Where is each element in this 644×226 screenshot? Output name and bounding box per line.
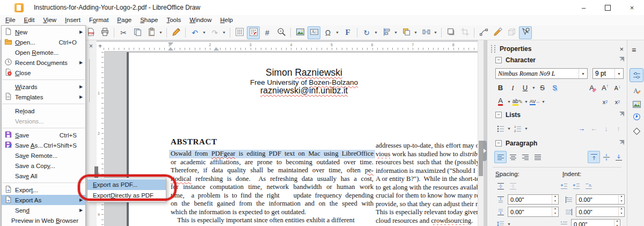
clone-formatting-button[interactable] <box>170 26 182 39</box>
indent-first-spinner[interactable]: ▲▼ <box>614 220 620 226</box>
indent-marker-right[interactable] <box>214 47 219 50</box>
menu-item-export-as[interactable]: Export As▶ <box>2 195 85 205</box>
transformations-button[interactable]: ↻ <box>360 26 373 39</box>
menubar-item-help[interactable]: Help <box>216 15 237 25</box>
paste-button[interactable] <box>145 26 158 39</box>
bold-button[interactable]: B <box>494 82 507 94</box>
horizontal-ruler[interactable]: + 12345678 <box>97 42 478 52</box>
ordered-list-dropdown-icon[interactable]: ▼ <box>524 127 529 130</box>
collapse-lists-section-icon[interactable]: − <box>495 112 502 118</box>
menubar-item-shape[interactable]: Shape <box>136 15 162 25</box>
author-name[interactable]: Simon Razniewski <box>129 67 479 78</box>
font-color-dropdown-icon[interactable]: ▼ <box>507 100 511 104</box>
menu-item-close[interactable]: Close <box>2 68 85 78</box>
decrease-paragraph-spacing-button[interactable] <box>507 180 519 192</box>
arrange-dropdown-icon[interactable]: ▼ <box>413 27 418 39</box>
undo-dropdown-icon[interactable]: ▼ <box>202 27 207 39</box>
indent-marker-hourglass[interactable] <box>168 47 173 50</box>
vertical-scrollbar[interactable] <box>478 40 484 226</box>
spacing-above-spinner[interactable]: ▲▼ <box>552 195 558 204</box>
abstract-left-column[interactable]: Oswald from PDFgear is editing PDF text … <box>171 150 374 225</box>
demote-button[interactable]: → <box>575 122 588 135</box>
show-glue-point-functions-button[interactable] <box>491 26 504 39</box>
menu-item-send[interactable]: Send▶ <box>2 205 85 215</box>
paragraph-dialog-launcher-icon[interactable] <box>619 140 625 147</box>
unordered-list-button[interactable] <box>494 122 507 135</box>
character-spacing-dropdown-icon[interactable]: ▼ <box>541 100 546 104</box>
print-button[interactable] <box>98 26 111 39</box>
sidebar-tab-properties[interactable] <box>630 68 643 82</box>
increase-paragraph-spacing-button[interactable] <box>494 180 507 192</box>
menubar-item-view[interactable]: View <box>39 15 61 25</box>
document-line[interactable]: time, a problem is to find the right upd… <box>171 192 374 200</box>
toggle-3d-button[interactable] <box>505 26 518 39</box>
insert-text-box-button[interactable]: A <box>308 26 320 39</box>
distribute-selection-button[interactable] <box>420 26 433 39</box>
document-line[interactable]: riodical refreshing is done. As refreshi… <box>171 175 374 184</box>
menu-item-templates[interactable]: Templates▶ <box>2 92 85 102</box>
close-button[interactable]: × <box>620 0 644 15</box>
before-text-indent-field[interactable]: ▲▼ <box>576 194 625 205</box>
document-line[interactable]: This is especially relevant today given <box>376 208 479 217</box>
move-down-button[interactable]: ↓ <box>600 122 612 135</box>
subscript-button[interactable]: x2 <box>611 96 624 108</box>
underline-dropdown-icon[interactable]: ▼ <box>531 86 536 90</box>
align-objects-button[interactable] <box>380 26 393 39</box>
above-paragraph-spacing-input[interactable] <box>508 195 552 204</box>
crop-image-button[interactable] <box>458 26 471 39</box>
menu-item-open[interactable]: Open...Ctrl+O <box>2 37 85 47</box>
insert-image-button[interactable] <box>294 26 306 39</box>
abstract-heading[interactable]: ABSTRACT <box>171 137 217 147</box>
font-name-combobox[interactable]: ▼ <box>495 68 588 79</box>
paste-dropdown-icon[interactable]: ▼ <box>158 27 163 39</box>
submenu-item-export-as-pdf[interactable]: Export as PDF... <box>87 179 166 190</box>
menubar-item-window[interactable]: Window <box>185 15 216 25</box>
transformations-dropdown-icon[interactable]: ▼ <box>374 27 378 39</box>
document-line[interactable]: to get along with the resources availab <box>376 184 479 192</box>
font-name-dropdown-icon[interactable]: ▼ <box>579 69 587 78</box>
increase-indent-button[interactable] <box>558 180 570 192</box>
align-top-button[interactable] <box>588 151 600 163</box>
menubar-item-tools[interactable]: Tools <box>162 15 185 25</box>
promote-button[interactable]: ← <box>588 122 600 135</box>
menubar-item-edit[interactable]: Edit <box>20 15 39 25</box>
author-affiliation[interactable]: Free University of Bozen-Bolzano <box>129 78 479 86</box>
unordered-list-dropdown-icon[interactable]: ▼ <box>507 127 511 130</box>
align-objects-dropdown-icon[interactable]: ▼ <box>393 27 398 39</box>
lists-dialog-launcher-icon[interactable] <box>619 111 625 119</box>
close-pages-panel-button[interactable]: × <box>87 42 95 50</box>
author-email[interactable]: razniewski@inf.unibz.it <box>129 86 479 96</box>
decrease-font-size-button[interactable]: A↓ <box>611 82 624 94</box>
edit-points-button[interactable] <box>477 26 490 39</box>
switch-indent-button[interactable] <box>582 180 595 192</box>
document-line[interactable]: resources best such that the (possibly <box>376 158 479 167</box>
document-line[interactable]: A or entity B?"). While in the short-te <box>376 175 479 184</box>
below-paragraph-spacing-input[interactable] <box>508 207 552 216</box>
undo-button[interactable]: ↶ <box>188 26 201 39</box>
document-line[interactable]: which the information is expected to get… <box>171 208 374 217</box>
submenu-item-export-directly-as-pdf[interactable]: Export Directly as PDF <box>87 190 166 201</box>
sidebar-tab-navigator[interactable] <box>630 110 643 123</box>
export-directly-as-pdf-button[interactable]: PDF <box>84 26 97 39</box>
display-grid-button[interactable] <box>233 26 246 39</box>
menubar-item-format[interactable]: Format <box>85 15 113 25</box>
document-line[interactable]: information is maximized ("Should I <box>376 167 479 176</box>
menu-item-save-remote[interactable]: Save Remote... <box>2 150 85 161</box>
sidebar-settings-icon[interactable]: ≡ <box>632 46 636 54</box>
menu-item-recent-documents[interactable]: Recent Documents▶ <box>2 57 85 68</box>
spacing-below-spinner[interactable]: ▲▼ <box>552 207 558 216</box>
insert-special-characters-dropdown-icon[interactable]: ▼ <box>335 27 340 39</box>
minimize-button[interactable]: – <box>572 0 596 15</box>
menu-item-save-all[interactable]: Save All <box>2 171 85 181</box>
document-page[interactable]: Simon Razniewski Free University of Boze… <box>129 52 479 226</box>
zoom-and-pan-button[interactable] <box>275 26 288 39</box>
hide-sidebar-handle[interactable] <box>483 141 487 161</box>
document-line[interactable]: addresses up-to-date, this effort may o <box>376 142 479 150</box>
sidebar-tab-styles[interactable]: A <box>630 83 643 97</box>
copy-button[interactable] <box>131 26 144 39</box>
distribute-selection-dropdown-icon[interactable]: ▼ <box>433 27 438 39</box>
line-spacing-dropdown-icon[interactable]: ▼ <box>507 222 511 226</box>
shadow-text-button[interactable]: S <box>548 82 561 94</box>
strikethrough-button[interactable]: S <box>536 82 548 94</box>
helplines-while-moving-button[interactable]: # <box>261 26 274 39</box>
